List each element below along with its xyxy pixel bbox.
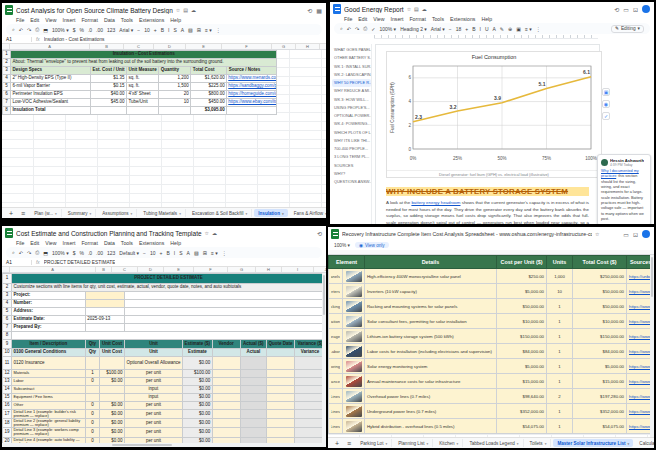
outline-item[interactable]: WHY REDUCE A MI... [332, 87, 371, 95]
doc-title[interactable]: Cost Analysis for Open Source Climate Ba… [16, 7, 173, 14]
cell-vendor[interactable] [212, 378, 240, 386]
toolbar-button[interactable]: I [174, 250, 175, 256]
cell-qty[interactable]: 0 [85, 378, 99, 386]
menu-item-file[interactable]: File [344, 16, 352, 22]
cell-cost-per-unit[interactable]: $5,000.00 [497, 359, 547, 374]
toolbar-button[interactable]: ⋮ [222, 250, 227, 256]
editing-mode-button[interactable]: ✎ Editing ▾ [611, 25, 644, 33]
cell-unit[interactable]: sq. ft. [127, 75, 159, 83]
table-row[interactable]: 3Project: [3, 292, 326, 300]
cell-spec[interactable]: Low-VOC Adhesive/Sealant [11, 99, 91, 107]
field-value[interactable] [85, 308, 124, 316]
history-icon[interactable]: ⟲ [317, 230, 322, 237]
cell-actual[interactable] [240, 428, 267, 437]
cell-estimate[interactable]: $0.00 [182, 410, 212, 419]
cell-variance[interactable] [295, 386, 326, 394]
toolbar-button[interactable]: ⋮ [536, 26, 541, 32]
cell-details[interactable]: Inverters (10 kW capacity) [365, 284, 497, 299]
table-row[interactable]: 3Design SpecsEst. Cost / UnitUnit Measur… [3, 67, 277, 75]
sheet-tab[interactable]: Excavation & Soil Backfill▾ [188, 209, 252, 217]
cell-variance[interactable] [295, 357, 326, 370]
cell-vendor[interactable] [212, 428, 240, 437]
toolbar-button[interactable]: ⎙ [35, 26, 39, 33]
cell-image[interactable] [343, 269, 365, 284]
toolbar-button[interactable]: ↶ [19, 27, 23, 33]
outline-item[interactable]: 3 LONG TERM PL... [332, 153, 371, 161]
toolbar-button[interactable]: − [449, 26, 452, 32]
cell-vendor[interactable] [212, 386, 240, 394]
table-row[interactable]: Battery StorageLithium-ion battery stora… [329, 329, 655, 344]
cell-units[interactable]: 1 [547, 419, 573, 434]
toolbar-button[interactable]: + [160, 250, 163, 256]
embedded-chart[interactable]: Fuel Consumption 0%25%50%75%100%02462.33… [386, 51, 602, 178]
cell-description[interactable]: Materials [12, 370, 86, 378]
table-row[interactable]: 2Customize sections with line items for … [3, 284, 326, 292]
sheet-tab[interactable]: Parking Lot▾ [356, 439, 392, 447]
cell-description[interactable]: Labor [12, 378, 86, 386]
name-box[interactable]: A1 [2, 260, 32, 265]
cell-image[interactable] [343, 404, 365, 419]
table-row[interactable]: 7Prepared By: [3, 324, 326, 332]
cell-unit-cost[interactable]: $0.00 [99, 378, 124, 386]
apps-grid-icon[interactable]: ▦ [316, 7, 322, 14]
menu-item-view[interactable]: View [373, 16, 384, 22]
column-header[interactable]: D [154, 44, 186, 49]
menu-item-format[interactable]: Format [81, 17, 97, 23]
cell-description[interactable]: Detail Line 2 (example: general liabilit… [12, 419, 86, 428]
cell-unit[interactable]: 4'x8' Sheet [127, 91, 159, 99]
cell-units[interactable]: 1 [547, 344, 573, 359]
cell-source[interactable]: https://www.ebay.com/itm/167733939122 [227, 99, 277, 107]
toolbar-button[interactable]: ▣ [516, 26, 521, 32]
table-row[interactable]: 56-mil Vapor Barrier$0.15sq. ft.1,500$22… [3, 83, 277, 91]
vertical-scrollbar[interactable] [322, 273, 326, 447]
cell-units[interactable]: 1 [547, 299, 573, 314]
cell-details[interactable]: Solar consultant fees, permitting for so… [365, 314, 497, 329]
toolbar-button[interactable]: ▨ [188, 27, 193, 33]
cell-cost-per-unit[interactable]: $98,640.00 [497, 389, 547, 404]
cell-details[interactable]: Racking and mounting systems for solar p… [365, 299, 497, 314]
toolbar-button[interactable]: S [179, 250, 182, 256]
cell-total[interactable]: $800.00 [191, 91, 227, 99]
toolbar-button[interactable]: ⊕ [508, 26, 512, 32]
toolbar-button[interactable]: A [181, 27, 184, 33]
cell-qty[interactable] [85, 386, 99, 394]
cell-cost-per-unit[interactable]: $15,000.00 [497, 374, 547, 389]
toolbar-button[interactable]: S [173, 27, 176, 33]
menu-item-view[interactable]: View [45, 240, 56, 246]
toolbar-button[interactable]: 10 [150, 250, 156, 256]
add-sheet-button[interactable]: + [332, 440, 342, 447]
outline-item[interactable]: WK 1: INSTALL SUR... [332, 63, 371, 71]
field-value[interactable]: 2025-09-13 [85, 316, 124, 324]
outline-item[interactable]: WK 3: HOW WILL... [332, 96, 371, 104]
toolbar-button[interactable]: ⌕ [12, 249, 15, 256]
toolbar-button[interactable]: ⋮ [216, 27, 221, 33]
star-icon[interactable]: ☆ [595, 232, 599, 237]
sheets-logo-icon[interactable] [5, 228, 13, 238]
meet-icon[interactable]: ⊡ [633, 231, 638, 238]
menu-item-extensions[interactable]: Extensions [139, 240, 164, 246]
cell-unit[interactable]: per unit [125, 428, 183, 437]
cell-unit[interactable]: input [125, 386, 183, 394]
cell-unit[interactable]: per unit [125, 378, 183, 386]
sheet-tab[interactable]: Toilets▾ [526, 439, 552, 447]
cell-quote-date[interactable] [267, 428, 295, 437]
cell-source[interactable]: https://homeguide.com/costs/insulation-c… [227, 91, 277, 99]
cell-units[interactable]: 2 [547, 389, 573, 404]
cell-details[interactable]: Underground power lines (0.7 miles) [365, 404, 497, 419]
cell-units[interactable]: 1 [547, 329, 573, 344]
table-row[interactable]: 8 [3, 332, 326, 340]
cell-variance[interactable] [295, 428, 326, 437]
star-icon[interactable]: ☆ [407, 7, 411, 12]
vertical-scrollbar[interactable] [650, 255, 654, 437]
comment-icon[interactable]: ▭ [623, 231, 629, 238]
cell-total-cost[interactable]: $197,280.00 [573, 389, 627, 404]
cell-unit[interactable]: Optional Overall Allowance [125, 357, 183, 370]
toolbar-button[interactable]: % [79, 27, 83, 33]
toolbar-button[interactable]: ✓ [371, 26, 375, 32]
menu-item-insert[interactable]: Insert [62, 240, 75, 246]
table-row[interactable]: LaborLabor costs for installation (inclu… [329, 344, 655, 359]
table-row[interactable]: 15Equipment / Fee Itemsinput$0.00 [3, 394, 326, 402]
cell-image[interactable] [343, 359, 365, 374]
outline-item[interactable]: WHY? [332, 170, 371, 178]
toolbar-button[interactable]: ▨ [194, 250, 199, 256]
